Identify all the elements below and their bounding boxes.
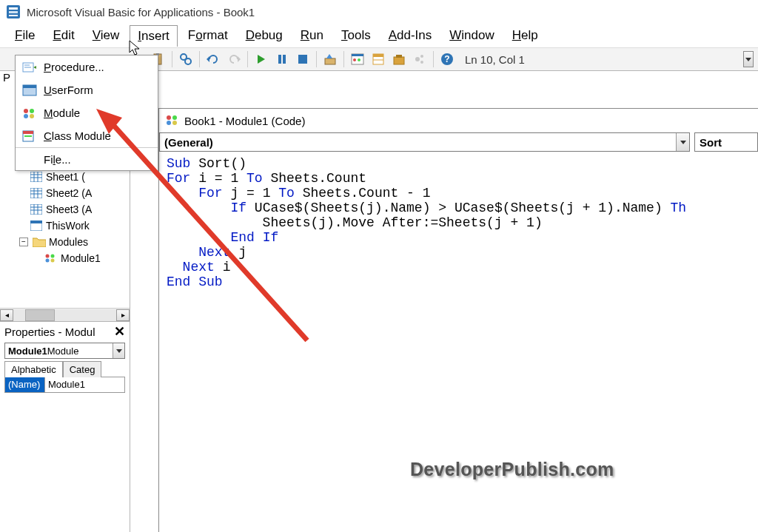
userform-icon bbox=[21, 83, 38, 98]
svg-point-17 bbox=[353, 58, 356, 61]
menu-view[interactable]: View bbox=[85, 25, 127, 46]
workbook-icon bbox=[30, 220, 43, 232]
pause-icon[interactable] bbox=[273, 50, 291, 68]
module-icon bbox=[44, 252, 58, 264]
svg-point-25 bbox=[420, 55, 423, 58]
menu-window[interactable]: Window bbox=[442, 25, 501, 46]
code-window: Book1 - Module1 (Code) (General) Sort Su… bbox=[158, 108, 758, 532]
svg-point-61 bbox=[51, 255, 55, 258]
svg-rect-41 bbox=[23, 131, 33, 134]
menu-insert-file[interactable]: File... bbox=[16, 147, 158, 170]
menu-tools[interactable]: Tools bbox=[334, 25, 378, 46]
code-window-title: Book1 - Module1 (Code) bbox=[184, 115, 305, 127]
tree-item-module1[interactable]: Module1 bbox=[0, 250, 130, 266]
menu-insert-class-module[interactable]: Class Module bbox=[16, 124, 158, 147]
undo-icon[interactable] bbox=[204, 50, 222, 68]
svg-rect-53 bbox=[30, 204, 42, 215]
combo-value: (General) bbox=[164, 136, 213, 149]
toolbar-separator bbox=[343, 51, 344, 67]
combo-object-name: Module1 bbox=[8, 346, 47, 357]
menu-item-label: UserForm bbox=[44, 84, 93, 96]
menu-insert-userform[interactable]: UserForm bbox=[16, 78, 158, 101]
run-icon[interactable] bbox=[252, 50, 270, 68]
svg-text:?: ? bbox=[444, 54, 449, 64]
properties-tabs: Alphabetic Categ bbox=[4, 360, 125, 377]
menu-item-label: Module bbox=[44, 107, 80, 119]
svg-point-36 bbox=[24, 109, 28, 113]
tree-item-sheet2[interactable]: Sheet2 (A bbox=[0, 185, 130, 201]
collapse-icon[interactable]: − bbox=[19, 238, 28, 246]
tree-item-label: Sheet3 (A bbox=[46, 203, 92, 215]
tab-alphabetic[interactable]: Alphabetic bbox=[4, 361, 63, 377]
class-module-icon bbox=[21, 129, 38, 144]
module-icon bbox=[21, 106, 38, 121]
redo-icon[interactable] bbox=[225, 50, 243, 68]
combo-value: Sort bbox=[700, 136, 722, 149]
code-kw: Next bbox=[198, 245, 230, 260]
code-text bbox=[167, 201, 230, 215]
chevron-down-icon[interactable] bbox=[113, 343, 124, 358]
menu-insert-procedure[interactable]: Procedure... bbox=[16, 55, 158, 78]
tree-item-sheet3[interactable]: Sheet3 (A bbox=[0, 201, 130, 218]
menu-format[interactable]: Format bbox=[181, 25, 235, 46]
svg-rect-11 bbox=[278, 55, 281, 64]
code-text: Sheets.Count - 1 bbox=[295, 186, 431, 201]
svg-point-24 bbox=[415, 57, 420, 61]
menu-debug[interactable]: Debug bbox=[238, 25, 290, 46]
svg-rect-35 bbox=[23, 85, 36, 88]
object-browser-icon[interactable] bbox=[411, 50, 429, 68]
svg-rect-43 bbox=[30, 172, 42, 182]
code-kw: If bbox=[230, 201, 246, 215]
menu-insert-module[interactable]: Module bbox=[16, 101, 158, 124]
tree-item-sheet1[interactable]: Sheet1 ( bbox=[0, 169, 130, 185]
code-kw: To bbox=[246, 171, 263, 186]
design-mode-icon[interactable] bbox=[321, 50, 339, 68]
tree-item-thisworkbook[interactable]: ThisWork bbox=[0, 218, 130, 234]
svg-point-67 bbox=[167, 121, 171, 125]
tab-categorized[interactable]: Categ bbox=[63, 361, 102, 377]
svg-rect-42 bbox=[24, 135, 32, 137]
property-row[interactable]: (Name) Module1 bbox=[5, 377, 124, 392]
code-text: j = 1 bbox=[223, 186, 279, 201]
code-kw: For bbox=[167, 171, 190, 186]
svg-point-62 bbox=[46, 259, 50, 263]
menu-edit[interactable]: Edit bbox=[45, 25, 81, 46]
menu-addins[interactable]: Add-Ins bbox=[381, 25, 440, 46]
svg-marker-69 bbox=[680, 141, 686, 144]
scroll-left-icon[interactable]: ◂ bbox=[0, 309, 13, 321]
code-window-titlebar[interactable]: Book1 - Module1 (Code) bbox=[159, 109, 758, 132]
menu-run[interactable]: Run bbox=[293, 25, 331, 46]
svg-point-68 bbox=[172, 121, 177, 125]
properties-object-combo[interactable]: Module1 Module bbox=[4, 343, 125, 359]
vba-app-icon bbox=[4, 3, 22, 21]
project-hscrollbar[interactable]: ◂ ▸ bbox=[0, 308, 130, 321]
close-icon[interactable]: ✕ bbox=[114, 323, 125, 340]
property-value[interactable]: Module1 bbox=[45, 377, 124, 392]
tree-folder-modules[interactable]: − Modules bbox=[0, 234, 130, 250]
scroll-thumb[interactable] bbox=[25, 309, 55, 321]
chevron-down-icon[interactable] bbox=[676, 133, 689, 151]
object-combo[interactable]: (General) bbox=[159, 132, 690, 152]
find-icon[interactable] bbox=[177, 50, 195, 68]
property-name: (Name) bbox=[5, 377, 45, 392]
scroll-right-icon[interactable]: ▸ bbox=[116, 309, 130, 321]
scroll-track[interactable] bbox=[13, 309, 116, 321]
svg-rect-1 bbox=[9, 7, 18, 10]
toolbox-icon[interactable] bbox=[390, 50, 408, 68]
menu-help[interactable]: Help bbox=[505, 25, 546, 46]
stop-icon[interactable] bbox=[294, 50, 312, 68]
menu-insert[interactable]: Insert bbox=[130, 25, 178, 47]
code-text bbox=[167, 230, 230, 245]
code-editor[interactable]: Sub Sort() For i = 1 To Sheets.Count For… bbox=[159, 152, 758, 294]
code-kw: Next bbox=[183, 260, 215, 275]
procedure-combo[interactable]: Sort bbox=[694, 132, 758, 152]
toolbar-combo-arrow[interactable] bbox=[743, 51, 754, 67]
menu-file[interactable]: File bbox=[7, 25, 42, 46]
code-text: UCase$(Sheets(j).Name) > UCase$(Sheets(j… bbox=[246, 201, 671, 215]
help-icon[interactable]: ? bbox=[438, 50, 456, 68]
code-text: Sheets(j).Move After:=Sheets(j + 1) bbox=[167, 215, 543, 230]
svg-marker-64 bbox=[116, 349, 122, 353]
properties-window-icon[interactable] bbox=[369, 50, 387, 68]
project-explorer-icon[interactable] bbox=[349, 50, 366, 68]
cursor-position-status: Ln 10, Col 1 bbox=[465, 53, 525, 66]
